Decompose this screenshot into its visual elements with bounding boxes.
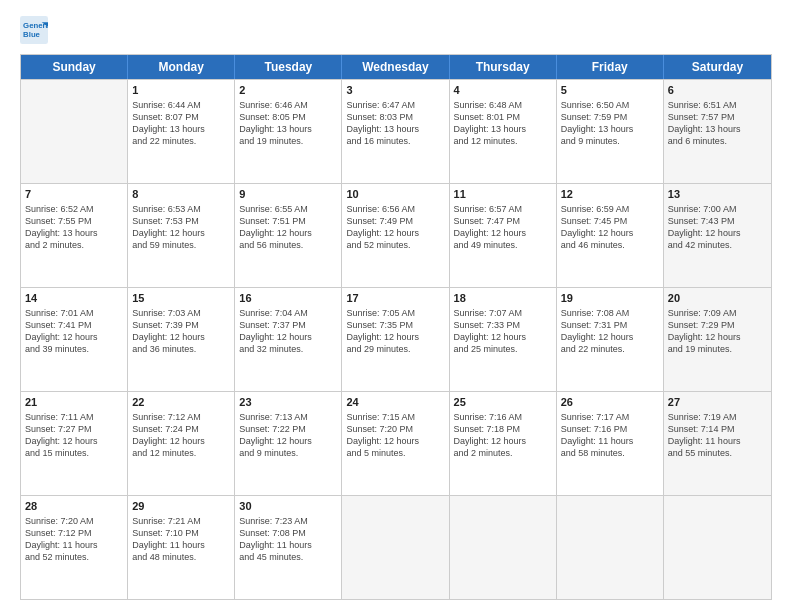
day-number: 29: [132, 499, 230, 514]
cell-details: Sunrise: 7:11 AMSunset: 7:27 PMDaylight:…: [25, 411, 123, 460]
cell-details: Sunrise: 7:07 AMSunset: 7:33 PMDaylight:…: [454, 307, 552, 356]
calendar-cell: 2Sunrise: 6:46 AMSunset: 8:05 PMDaylight…: [235, 80, 342, 183]
calendar-header: SundayMondayTuesdayWednesdayThursdayFrid…: [21, 55, 771, 79]
cell-details: Sunrise: 6:55 AMSunset: 7:51 PMDaylight:…: [239, 203, 337, 252]
calendar-row: 7Sunrise: 6:52 AMSunset: 7:55 PMDaylight…: [21, 183, 771, 287]
calendar-cell: 3Sunrise: 6:47 AMSunset: 8:03 PMDaylight…: [342, 80, 449, 183]
calendar-cell: 12Sunrise: 6:59 AMSunset: 7:45 PMDayligh…: [557, 184, 664, 287]
svg-text:Blue: Blue: [23, 30, 41, 39]
cell-details: Sunrise: 7:00 AMSunset: 7:43 PMDaylight:…: [668, 203, 767, 252]
calendar-header-cell: Friday: [557, 55, 664, 79]
calendar-header-cell: Thursday: [450, 55, 557, 79]
day-number: 9: [239, 187, 337, 202]
day-number: 19: [561, 291, 659, 306]
day-number: 24: [346, 395, 444, 410]
calendar-cell: [450, 496, 557, 599]
day-number: 27: [668, 395, 767, 410]
calendar-cell: 20Sunrise: 7:09 AMSunset: 7:29 PMDayligh…: [664, 288, 771, 391]
cell-details: Sunrise: 7:21 AMSunset: 7:10 PMDaylight:…: [132, 515, 230, 564]
calendar-body: 1Sunrise: 6:44 AMSunset: 8:07 PMDaylight…: [21, 79, 771, 599]
svg-text:General: General: [23, 21, 48, 30]
page: General Blue SundayMondayTuesdayWednesda…: [0, 0, 792, 612]
calendar-cell: 5Sunrise: 6:50 AMSunset: 7:59 PMDaylight…: [557, 80, 664, 183]
day-number: 8: [132, 187, 230, 202]
cell-details: Sunrise: 7:08 AMSunset: 7:31 PMDaylight:…: [561, 307, 659, 356]
day-number: 10: [346, 187, 444, 202]
cell-details: Sunrise: 7:05 AMSunset: 7:35 PMDaylight:…: [346, 307, 444, 356]
cell-details: Sunrise: 7:04 AMSunset: 7:37 PMDaylight:…: [239, 307, 337, 356]
calendar: SundayMondayTuesdayWednesdayThursdayFrid…: [20, 54, 772, 600]
cell-details: Sunrise: 7:19 AMSunset: 7:14 PMDaylight:…: [668, 411, 767, 460]
cell-details: Sunrise: 7:13 AMSunset: 7:22 PMDaylight:…: [239, 411, 337, 460]
calendar-header-cell: Saturday: [664, 55, 771, 79]
calendar-cell: 30Sunrise: 7:23 AMSunset: 7:08 PMDayligh…: [235, 496, 342, 599]
day-number: 21: [25, 395, 123, 410]
day-number: 12: [561, 187, 659, 202]
cell-details: Sunrise: 6:59 AMSunset: 7:45 PMDaylight:…: [561, 203, 659, 252]
day-number: 6: [668, 83, 767, 98]
day-number: 26: [561, 395, 659, 410]
cell-details: Sunrise: 7:15 AMSunset: 7:20 PMDaylight:…: [346, 411, 444, 460]
day-number: 4: [454, 83, 552, 98]
calendar-cell: 22Sunrise: 7:12 AMSunset: 7:24 PMDayligh…: [128, 392, 235, 495]
calendar-cell: 15Sunrise: 7:03 AMSunset: 7:39 PMDayligh…: [128, 288, 235, 391]
day-number: 13: [668, 187, 767, 202]
calendar-cell: 1Sunrise: 6:44 AMSunset: 8:07 PMDaylight…: [128, 80, 235, 183]
cell-details: Sunrise: 7:09 AMSunset: 7:29 PMDaylight:…: [668, 307, 767, 356]
calendar-row: 21Sunrise: 7:11 AMSunset: 7:27 PMDayligh…: [21, 391, 771, 495]
calendar-cell: 6Sunrise: 6:51 AMSunset: 7:57 PMDaylight…: [664, 80, 771, 183]
calendar-cell: 16Sunrise: 7:04 AMSunset: 7:37 PMDayligh…: [235, 288, 342, 391]
calendar-cell: 4Sunrise: 6:48 AMSunset: 8:01 PMDaylight…: [450, 80, 557, 183]
calendar-header-cell: Sunday: [21, 55, 128, 79]
calendar-cell: 25Sunrise: 7:16 AMSunset: 7:18 PMDayligh…: [450, 392, 557, 495]
cell-details: Sunrise: 6:44 AMSunset: 8:07 PMDaylight:…: [132, 99, 230, 148]
cell-details: Sunrise: 7:16 AMSunset: 7:18 PMDaylight:…: [454, 411, 552, 460]
day-number: 16: [239, 291, 337, 306]
cell-details: Sunrise: 7:01 AMSunset: 7:41 PMDaylight:…: [25, 307, 123, 356]
calendar-row: 28Sunrise: 7:20 AMSunset: 7:12 PMDayligh…: [21, 495, 771, 599]
day-number: 20: [668, 291, 767, 306]
calendar-cell: 26Sunrise: 7:17 AMSunset: 7:16 PMDayligh…: [557, 392, 664, 495]
calendar-cell: 7Sunrise: 6:52 AMSunset: 7:55 PMDaylight…: [21, 184, 128, 287]
day-number: 5: [561, 83, 659, 98]
day-number: 15: [132, 291, 230, 306]
day-number: 7: [25, 187, 123, 202]
cell-details: Sunrise: 6:51 AMSunset: 7:57 PMDaylight:…: [668, 99, 767, 148]
calendar-header-cell: Tuesday: [235, 55, 342, 79]
day-number: 17: [346, 291, 444, 306]
day-number: 2: [239, 83, 337, 98]
day-number: 30: [239, 499, 337, 514]
cell-details: Sunrise: 6:48 AMSunset: 8:01 PMDaylight:…: [454, 99, 552, 148]
calendar-cell: [342, 496, 449, 599]
calendar-row: 1Sunrise: 6:44 AMSunset: 8:07 PMDaylight…: [21, 79, 771, 183]
cell-details: Sunrise: 7:17 AMSunset: 7:16 PMDaylight:…: [561, 411, 659, 460]
calendar-cell: 21Sunrise: 7:11 AMSunset: 7:27 PMDayligh…: [21, 392, 128, 495]
cell-details: Sunrise: 6:46 AMSunset: 8:05 PMDaylight:…: [239, 99, 337, 148]
calendar-cell: 24Sunrise: 7:15 AMSunset: 7:20 PMDayligh…: [342, 392, 449, 495]
calendar-cell: 27Sunrise: 7:19 AMSunset: 7:14 PMDayligh…: [664, 392, 771, 495]
day-number: 3: [346, 83, 444, 98]
cell-details: Sunrise: 6:52 AMSunset: 7:55 PMDaylight:…: [25, 203, 123, 252]
day-number: 18: [454, 291, 552, 306]
calendar-cell: 13Sunrise: 7:00 AMSunset: 7:43 PMDayligh…: [664, 184, 771, 287]
header: General Blue: [20, 16, 772, 44]
calendar-cell: 17Sunrise: 7:05 AMSunset: 7:35 PMDayligh…: [342, 288, 449, 391]
calendar-cell: 10Sunrise: 6:56 AMSunset: 7:49 PMDayligh…: [342, 184, 449, 287]
calendar-header-cell: Monday: [128, 55, 235, 79]
cell-details: Sunrise: 6:56 AMSunset: 7:49 PMDaylight:…: [346, 203, 444, 252]
calendar-cell: 28Sunrise: 7:20 AMSunset: 7:12 PMDayligh…: [21, 496, 128, 599]
cell-details: Sunrise: 7:20 AMSunset: 7:12 PMDaylight:…: [25, 515, 123, 564]
day-number: 14: [25, 291, 123, 306]
day-number: 25: [454, 395, 552, 410]
cell-details: Sunrise: 6:50 AMSunset: 7:59 PMDaylight:…: [561, 99, 659, 148]
logo-icon: General Blue: [20, 16, 48, 44]
day-number: 11: [454, 187, 552, 202]
cell-details: Sunrise: 6:47 AMSunset: 8:03 PMDaylight:…: [346, 99, 444, 148]
cell-details: Sunrise: 6:53 AMSunset: 7:53 PMDaylight:…: [132, 203, 230, 252]
cell-details: Sunrise: 7:12 AMSunset: 7:24 PMDaylight:…: [132, 411, 230, 460]
calendar-cell: 9Sunrise: 6:55 AMSunset: 7:51 PMDaylight…: [235, 184, 342, 287]
calendar-row: 14Sunrise: 7:01 AMSunset: 7:41 PMDayligh…: [21, 287, 771, 391]
calendar-cell: 23Sunrise: 7:13 AMSunset: 7:22 PMDayligh…: [235, 392, 342, 495]
calendar-header-cell: Wednesday: [342, 55, 449, 79]
calendar-cell: 14Sunrise: 7:01 AMSunset: 7:41 PMDayligh…: [21, 288, 128, 391]
